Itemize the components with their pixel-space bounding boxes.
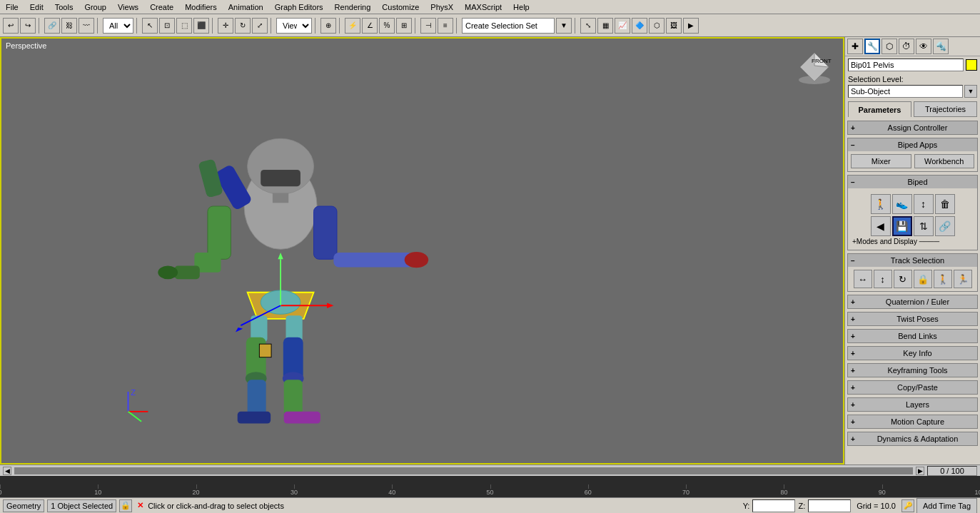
rollout-layers-header[interactable]: + Layers <box>848 398 977 411</box>
schematic-view[interactable]: 🔷 <box>632 18 647 34</box>
motion-panel-icon[interactable]: ⏱ <box>899 39 914 54</box>
y-input[interactable] <box>752 499 795 512</box>
spinner-snap[interactable]: ⊞ <box>396 18 412 34</box>
rollout-assign-controller-header[interactable]: + Assign Controller <box>848 121 977 134</box>
timeline-left-arrow[interactable]: ◀ <box>3 467 11 475</box>
unlink-button[interactable]: ⛓ <box>61 18 77 34</box>
track-run[interactable]: 🏃 <box>954 270 972 288</box>
hierarchy-panel-icon[interactable]: ⬡ <box>882 39 897 54</box>
add-time-tag-button[interactable]: Add Time Tag <box>916 498 977 514</box>
mirror-sel-button[interactable]: ⤡ <box>580 18 596 34</box>
biped-convert[interactable]: ⇅ <box>914 216 934 236</box>
biped-figure-mode[interactable]: 🚶 <box>871 194 891 214</box>
rollout-key-info-header[interactable]: + Key Info <box>848 347 977 360</box>
menu-help[interactable]: Help <box>510 2 532 12</box>
rollout-twist-poses-header[interactable]: + Twist Poses <box>848 313 977 325</box>
menu-views[interactable]: Views <box>115 2 141 12</box>
menu-modifiers[interactable]: Modifiers <box>182 2 220 12</box>
biped-footstep-mode[interactable]: 👟 <box>892 194 912 214</box>
menu-physx[interactable]: PhysX <box>428 2 456 12</box>
track-move-v[interactable]: ↕ <box>874 270 892 288</box>
object-color-swatch[interactable] <box>966 59 977 71</box>
menu-maxscript[interactable]: MAXScript <box>462 2 505 12</box>
z-input[interactable] <box>808 499 851 512</box>
lock-button[interactable]: 🔒 <box>119 499 132 512</box>
rollout-bend-links-header[interactable]: + Bend Links <box>848 330 977 342</box>
mirror-button[interactable]: ⊣ <box>420 18 436 34</box>
timeline-ruler[interactable]: 0102030405060708090100 <box>0 476 980 497</box>
undo-button[interactable]: ↩ <box>3 18 19 34</box>
named-sel-dropdown[interactable]: ▼ <box>556 18 572 34</box>
rollout-motion-capture-header[interactable]: + Motion Capture <box>848 415 977 428</box>
render-scene[interactable]: 🖼 <box>666 18 682 34</box>
select-link-button[interactable]: 🔗 <box>44 18 60 34</box>
menu-rendering[interactable]: Rendering <box>332 2 374 12</box>
svg-rect-8 <box>208 206 231 259</box>
filter-dropdown[interactable]: All <box>103 18 133 34</box>
y-label: Y: <box>743 502 750 510</box>
menu-tools[interactable]: Tools <box>52 2 76 12</box>
menu-file[interactable]: File <box>3 2 21 12</box>
percent-snap[interactable]: % <box>379 18 395 34</box>
use-pivot-button[interactable]: ⊕ <box>320 18 336 34</box>
rollout-quaternion-header[interactable]: + Quaternion / Euler <box>848 295 977 308</box>
rollout-biped-header[interactable]: − Biped <box>848 176 977 188</box>
align-button[interactable]: ≡ <box>438 18 453 34</box>
mixer-button[interactable]: Mixer <box>851 154 911 168</box>
right-panel: ✚ 🔧 ⬡ ⏱ 👁 🔩 Bip01 Pelvis Selection Level… <box>844 37 980 464</box>
menu-group[interactable]: Group <box>81 2 109 12</box>
viewport[interactable]: Perspective FRONT <box>0 37 844 464</box>
select-button[interactable]: ↖ <box>142 18 158 34</box>
rollout-biped-apps-header[interactable]: − Biped Apps <box>848 138 977 151</box>
layer-manager[interactable]: ▦ <box>597 18 613 34</box>
select-paint-button[interactable]: ⬛ <box>193 18 209 34</box>
biped-motion-flow[interactable]: ↕ <box>914 194 934 214</box>
quick-render[interactable]: ▶ <box>683 18 699 34</box>
tab-parameters[interactable]: Parameters <box>848 101 911 117</box>
select-lasso-button[interactable]: ⬚ <box>176 18 192 34</box>
param-traj-tabs: Parameters Trajectories <box>845 99 980 119</box>
track-rotate[interactable]: ↻ <box>894 270 912 288</box>
track-move-h[interactable]: ↔ <box>854 270 872 288</box>
select-region-button[interactable]: ⊡ <box>159 18 175 34</box>
selection-level-row: Selection Level: ▼ <box>845 73 980 99</box>
curve-editor[interactable]: 📈 <box>615 18 630 34</box>
menu-create[interactable]: Create <box>147 2 176 12</box>
material-editor[interactable]: ⬡ <box>649 18 665 34</box>
track-walk[interactable]: 🚶 <box>934 270 952 288</box>
object-name-input[interactable]: Bip01 Pelvis <box>848 59 964 71</box>
view-dropdown[interactable]: View <box>276 18 312 34</box>
menu-customize[interactable]: Customize <box>379 2 422 12</box>
selection-level-dropdown-btn[interactable]: ▼ <box>964 85 977 98</box>
scale-button[interactable]: ⤢ <box>252 18 268 34</box>
create-panel-icon[interactable]: ✚ <box>847 39 863 54</box>
workbench-button[interactable]: Workbench <box>914 154 975 168</box>
snap-toggle[interactable]: ⚡ <box>345 18 360 34</box>
menu-animation[interactable]: Animation <box>226 2 266 12</box>
modify-panel-icon[interactable]: 🔧 <box>864 39 880 54</box>
close-prompt-button[interactable]: ✕ <box>135 501 145 511</box>
tab-trajectories[interactable]: Trajectories <box>914 101 977 117</box>
bind-space-warp[interactable]: 〰 <box>79 18 94 34</box>
selection-level-input[interactable] <box>848 85 963 98</box>
redo-button[interactable]: ↪ <box>20 18 36 34</box>
menu-graph-editors[interactable]: Graph Editors <box>272 2 326 12</box>
utilities-panel-icon[interactable]: 🔩 <box>933 39 949 54</box>
rollout-copy-paste-header[interactable]: + Copy/Paste <box>848 381 977 394</box>
rollout-keyframing-header[interactable]: + Keyframing Tools <box>848 364 977 377</box>
biped-load[interactable]: ◀ <box>871 216 891 236</box>
timeline-right-arrow[interactable]: ▶ <box>916 467 924 475</box>
rollout-track-selection-header[interactable]: − Track Selection <box>848 254 977 267</box>
biped-save[interactable]: 💾 <box>892 216 912 236</box>
biped-mixer[interactable]: 🗑 <box>935 194 955 214</box>
angle-snap[interactable]: ∠ <box>362 18 378 34</box>
move-button[interactable]: ✛ <box>218 18 233 34</box>
biped-snapshot[interactable]: 🔗 <box>935 216 955 236</box>
rotate-button[interactable]: ↻ <box>235 18 251 34</box>
rollout-dynamics-header[interactable]: + Dynamics & Adaptation <box>848 432 977 445</box>
track-lock[interactable]: 🔒 <box>914 270 932 288</box>
timeline-scrollbar[interactable] <box>14 467 913 474</box>
menu-edit[interactable]: Edit <box>27 2 46 12</box>
create-selection-set-input[interactable]: Create Selection Set <box>462 18 555 34</box>
display-panel-icon[interactable]: 👁 <box>916 39 931 54</box>
